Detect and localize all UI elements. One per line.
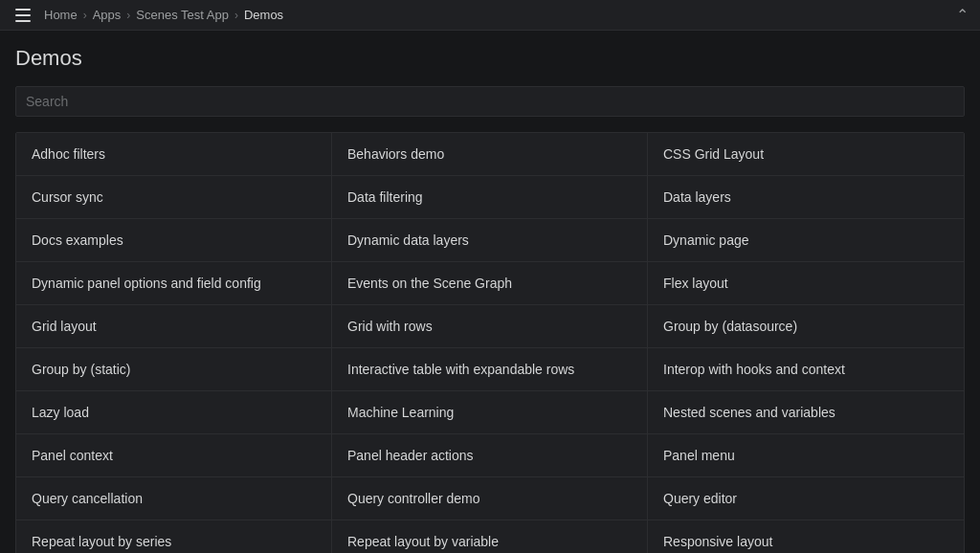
breadcrumb-scenes-test-app[interactable]: Scenes Test App [136,8,229,22]
demo-cell[interactable]: Dynamic page [648,219,964,262]
demo-cell[interactable]: Dynamic data layers [332,219,648,262]
hamburger-menu-icon[interactable] [11,5,34,26]
demo-cell[interactable]: Nested scenes and variables [648,391,964,434]
breadcrumb-sep-2: › [126,9,130,22]
demo-cell[interactable]: Machine Learning [332,391,648,434]
demo-cell[interactable]: Query editor [648,477,964,520]
demo-cell[interactable]: Repeat layout by variable [332,520,648,553]
breadcrumb-sep-1: › [83,9,87,22]
demo-cell[interactable]: Interactive table with expandable rows [332,348,648,391]
demo-cell[interactable]: Query controller demo [332,477,648,520]
demo-cell[interactable]: Repeat layout by series [16,520,332,553]
demo-cell[interactable]: Group by (datasource) [648,305,964,348]
demo-cell[interactable]: Responsive layout [648,520,964,553]
demo-cell[interactable]: Events on the Scene Graph [332,262,648,305]
search-container [15,86,965,117]
breadcrumb-sep-3: › [234,9,238,22]
demo-cell[interactable]: Group by (static) [16,348,332,391]
breadcrumb-apps[interactable]: Apps [93,8,122,22]
demo-cell[interactable]: Panel header actions [332,434,648,477]
demo-cell[interactable]: Flex layout [648,262,964,305]
demo-cell[interactable]: Adhoc filters [16,133,332,176]
demo-cell[interactable]: Dynamic panel options and field config [16,262,332,305]
breadcrumb-home[interactable]: Home [44,8,78,22]
demo-cell[interactable]: Cursor sync [16,176,332,219]
breadcrumb-current: Demos [244,8,283,22]
demo-cell[interactable]: Data filtering [332,176,648,219]
breadcrumb: Home › Apps › Scenes Test App › Demos [44,8,283,22]
demo-cell[interactable]: CSS Grid Layout [648,133,964,176]
main-content: Demos Adhoc filtersBehaviors demoCSS Gri… [0,31,980,553]
demo-cell[interactable]: Lazy load [16,391,332,434]
demo-cell[interactable]: Behaviors demo [332,133,648,176]
demo-cell[interactable]: Docs examples [16,219,332,262]
page-title: Demos [15,46,965,71]
demo-cell[interactable]: Panel menu [648,434,964,477]
demo-cell[interactable]: Grid layout [16,305,332,348]
demo-cell[interactable]: Data layers [648,176,964,219]
collapse-icon[interactable]: ⌃ [956,8,969,23]
demo-cell[interactable]: Interop with hooks and context [648,348,964,391]
demo-cell[interactable]: Grid with rows [332,305,648,348]
demo-grid: Adhoc filtersBehaviors demoCSS Grid Layo… [15,132,965,553]
demo-cell[interactable]: Query cancellation [16,477,332,520]
demo-cell[interactable]: Panel context [16,434,332,477]
search-input[interactable] [15,86,965,117]
topbar: Home › Apps › Scenes Test App › Demos ⌃ [0,0,980,31]
